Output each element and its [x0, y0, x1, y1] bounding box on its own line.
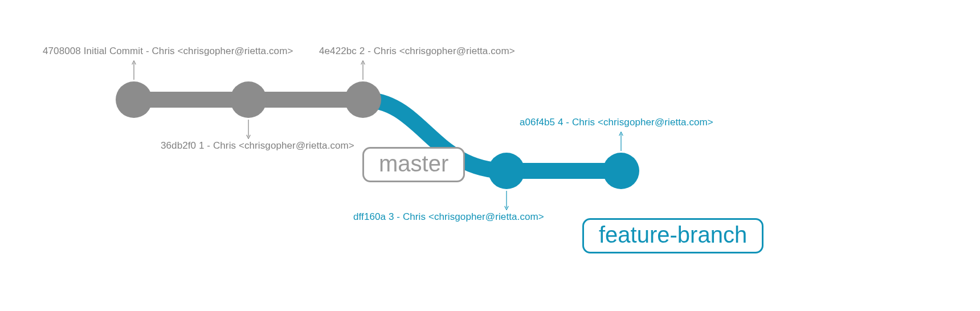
- commit-node-c2: [345, 81, 381, 118]
- commit-node-c3: [488, 153, 525, 189]
- graph-svg: [0, 0, 980, 311]
- commit-node-c0: [116, 81, 152, 118]
- git-graph-canvas: 4708008 Initial Commit - Chris <chrisgop…: [0, 0, 980, 311]
- commit-node-c1: [230, 81, 267, 118]
- edge-c2-c3: [363, 100, 507, 171]
- commit-node-c4: [603, 153, 639, 189]
